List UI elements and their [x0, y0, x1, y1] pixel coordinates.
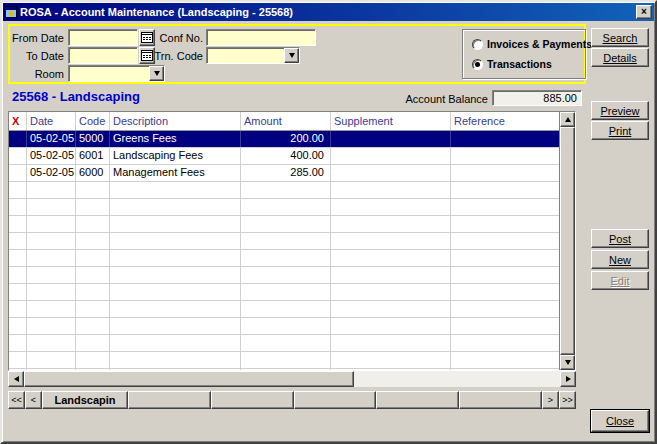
row-reference-cell	[451, 335, 559, 351]
row-date-cell	[27, 318, 76, 334]
row-code-cell	[76, 233, 110, 249]
table-row[interactable]	[9, 369, 559, 370]
table-row[interactable]: 05-02-05 5000 Greens Fees 200.00	[9, 131, 559, 148]
pager-next-button[interactable]: >	[542, 391, 559, 409]
row-delete-cell	[9, 148, 27, 164]
row-description-cell	[110, 369, 241, 370]
from-date-input[interactable]	[68, 29, 138, 46]
edit-button[interactable]: Edit	[591, 271, 649, 290]
room-dropdown-button[interactable]	[149, 66, 164, 81]
row-code-cell	[76, 250, 110, 266]
table-row[interactable]	[9, 250, 559, 267]
row-date-cell: 05-02-05	[27, 165, 76, 181]
pager-cell-empty[interactable]	[376, 391, 459, 409]
row-amount-cell	[241, 318, 331, 334]
scroll-up-button[interactable]	[560, 112, 575, 127]
table-row[interactable]	[9, 318, 559, 335]
table-row[interactable]	[9, 267, 559, 284]
row-supplement-cell	[331, 352, 451, 368]
table-row[interactable]: 05-02-05 6000 Management Fees 285.00	[9, 165, 559, 182]
conf-no-input[interactable]	[206, 29, 316, 46]
radio-button[interactable]	[472, 39, 483, 50]
preview-button[interactable]: Preview	[591, 101, 649, 120]
row-supplement-cell	[331, 148, 451, 164]
pager-cell-empty[interactable]	[128, 391, 211, 409]
trn-code-dropdown-button[interactable]	[284, 48, 299, 63]
row-reference-cell	[451, 148, 559, 164]
view-options-group: Invoices & Payments Transactions	[462, 29, 586, 79]
table-row[interactable]	[9, 352, 559, 369]
table-row[interactable]	[9, 182, 559, 199]
row-amount-cell	[241, 335, 331, 351]
to-date-input[interactable]	[68, 47, 138, 64]
row-code-cell	[76, 284, 110, 300]
row-description-cell: Greens Fees	[110, 131, 241, 147]
row-description-cell	[110, 182, 241, 198]
row-date-cell	[27, 267, 76, 283]
radio-label-transactions[interactable]: Transactions	[487, 58, 552, 70]
row-supplement-cell	[331, 335, 451, 351]
pager-prev-button[interactable]: <	[25, 391, 42, 409]
new-button[interactable]: New	[591, 250, 649, 269]
search-button[interactable]: Search	[591, 28, 649, 47]
pager-last-button[interactable]: >>	[559, 391, 576, 409]
radio-button[interactable]	[472, 59, 483, 70]
pager-cell-empty[interactable]	[211, 391, 294, 409]
from-date-label: From Date	[10, 32, 64, 44]
pager-cell-empty[interactable]	[294, 391, 377, 409]
row-date-cell	[27, 199, 76, 215]
row-date-cell	[27, 284, 76, 300]
details-button[interactable]: Details	[591, 48, 649, 67]
row-date-cell	[27, 369, 76, 370]
print-button[interactable]: Print	[591, 121, 649, 140]
arrow-right-icon	[566, 376, 571, 382]
arrow-up-icon	[565, 117, 571, 122]
titlebar[interactable]: ROSA - Account Maintenance (Landscaping …	[3, 3, 654, 21]
row-code-cell	[76, 301, 110, 317]
row-code-cell: 6000	[76, 165, 110, 181]
table-row[interactable]	[9, 335, 559, 352]
table-row[interactable]	[9, 199, 559, 216]
row-delete-cell	[9, 182, 27, 198]
vertical-scroll-thumb[interactable]	[560, 127, 575, 355]
row-amount-cell	[241, 301, 331, 317]
pager-first-button[interactable]: <<	[8, 391, 25, 409]
radio-label-invoices-payments[interactable]: Invoices & Payments	[487, 38, 592, 50]
table-grid: X Date Code Description Amount Supplemen…	[9, 112, 559, 370]
table-row[interactable]: 05-02-05 6001 Landscaping Fees 400.00	[9, 148, 559, 165]
scroll-left-button[interactable]	[8, 371, 24, 387]
row-reference-cell	[451, 250, 559, 266]
row-delete-cell	[9, 131, 27, 147]
row-description-cell	[110, 335, 241, 351]
vertical-scrollbar[interactable]	[559, 112, 575, 370]
table-row[interactable]	[9, 216, 559, 233]
transactions-table: X Date Code Description Amount Supplemen…	[8, 111, 576, 371]
pager-cell-empty[interactable]	[459, 391, 542, 409]
row-reference-cell	[451, 199, 559, 215]
table-row[interactable]	[9, 301, 559, 318]
row-date-cell	[27, 250, 76, 266]
row-delete-cell	[9, 165, 27, 181]
row-supplement-cell	[331, 199, 451, 215]
table-row[interactable]	[9, 233, 559, 250]
horizontal-scrollbar[interactable]	[8, 371, 576, 387]
row-description-cell	[110, 250, 241, 266]
row-code-cell: 5000	[76, 131, 110, 147]
row-supplement-cell	[331, 131, 451, 147]
close-icon[interactable]: ×	[636, 5, 652, 19]
close-glyph: ×	[641, 7, 647, 17]
horizontal-scroll-thumb[interactable]	[24, 371, 354, 387]
account-balance-field: 885.00	[492, 90, 582, 106]
table-row[interactable]	[9, 284, 559, 301]
row-amount-cell: 200.00	[241, 131, 331, 147]
scroll-right-button[interactable]	[560, 371, 576, 387]
row-delete-cell	[9, 216, 27, 232]
row-date-cell	[27, 335, 76, 351]
post-button[interactable]: Post	[591, 229, 649, 248]
row-reference-cell	[451, 233, 559, 249]
pager-active-tab[interactable]: Landscapin	[42, 391, 128, 409]
scroll-down-button[interactable]	[560, 355, 575, 370]
horizontal-scroll-track[interactable]	[354, 371, 560, 387]
row-delete-cell	[9, 250, 27, 266]
close-button[interactable]: Close	[591, 410, 649, 432]
